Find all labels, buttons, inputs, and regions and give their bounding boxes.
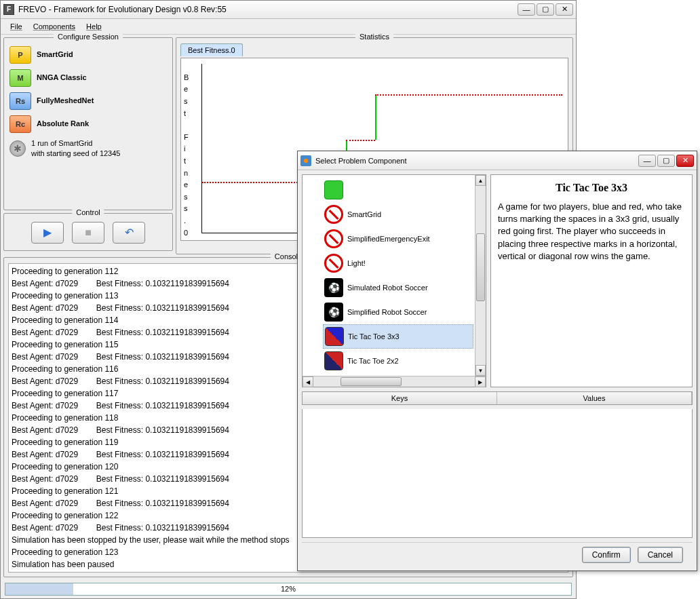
folder-icon: Rc bbox=[9, 115, 31, 133]
control-legend: Control bbox=[72, 208, 104, 216]
folder-icon: P bbox=[9, 46, 31, 64]
kv-body bbox=[302, 409, 693, 538]
tree-item[interactable]: ⚽ Simulated Robot Soccer bbox=[323, 275, 473, 300]
cancel-button[interactable]: Cancel bbox=[638, 547, 683, 563]
soccer-icon: ⚽ bbox=[324, 303, 343, 322]
undo-button[interactable]: ↶ bbox=[113, 222, 145, 244]
configure-session-legend: Configure Session bbox=[54, 33, 123, 41]
tree-item-label: Simplified Robot Soccer bbox=[347, 308, 427, 316]
confirm-button[interactable]: Confirm bbox=[582, 547, 631, 563]
tree-item[interactable]: ⚽ Simplified Robot Soccer bbox=[323, 300, 473, 324]
dialog-minimize-button[interactable]: — bbox=[638, 155, 656, 167]
config-label: SmartGrid bbox=[37, 50, 73, 60]
tree-vscrollbar[interactable]: ▲ ▼ bbox=[475, 175, 486, 376]
green-icon bbox=[324, 180, 343, 199]
menu-help[interactable]: Help bbox=[82, 20, 106, 33]
dialog-close-button[interactable]: ✕ bbox=[676, 155, 694, 167]
statistics-legend: Statistics bbox=[355, 33, 393, 41]
ttt-icon bbox=[325, 327, 344, 346]
soccer-icon: ⚽ bbox=[324, 278, 343, 297]
scroll-thumb[interactable] bbox=[476, 233, 485, 301]
java-icon bbox=[300, 155, 311, 166]
folder-icon: M bbox=[9, 69, 31, 87]
config-label: FullyMeshedNet bbox=[37, 96, 94, 106]
menu-components[interactable]: Components bbox=[29, 20, 79, 33]
tree-item[interactable]: Tic Tac Toe 3x3 bbox=[323, 324, 473, 349]
play-button[interactable]: ▶ bbox=[31, 222, 64, 244]
config-label: Absolute Rank bbox=[37, 119, 89, 129]
control-panel: Control ▶ ■ ↶ bbox=[3, 213, 173, 251]
kv-keys-header: Keys bbox=[303, 392, 497, 404]
window-title: FREVO - Framework for Evolutionary Desig… bbox=[18, 5, 518, 14]
chart-ylabel: BestFitness.0 bbox=[184, 72, 189, 239]
titlebar: F FREVO - Framework for Evolutionary Des… bbox=[1, 1, 576, 19]
gear-icon bbox=[9, 140, 26, 157]
tree-hscrollbar[interactable]: ◀ ▶ bbox=[303, 376, 486, 387]
noentry-icon bbox=[324, 205, 343, 224]
tree-item-label: Tic Tac Toe 2x2 bbox=[347, 357, 399, 365]
config-item[interactable]: Rc Absolute Rank bbox=[8, 113, 168, 136]
dialog-maximize-button[interactable]: ▢ bbox=[657, 155, 675, 167]
scroll-down-icon[interactable]: ▼ bbox=[475, 365, 486, 376]
problem-tree: SmartGrid SimplifiedEmergencyExit Light!… bbox=[302, 174, 486, 387]
config-item[interactable]: M NNGA Classic bbox=[8, 66, 168, 90]
scroll-left-icon[interactable]: ◀ bbox=[303, 376, 313, 387]
configure-session-panel: Configure Session P SmartGrid M NNGA Cla… bbox=[3, 37, 173, 210]
tree-item[interactable]: Light! bbox=[323, 251, 473, 275]
kv-header: Keys Values bbox=[302, 391, 693, 405]
tree-item-label: SimplifiedEmergencyExit bbox=[347, 235, 430, 243]
config-item[interactable]: Rs FullyMeshedNet bbox=[8, 90, 168, 113]
dialog-titlebar: Select Problem Component — ▢ ✕ bbox=[298, 151, 697, 170]
ttt2-icon bbox=[324, 351, 343, 370]
tab-best-fitness[interactable]: Best Fitness.0 bbox=[180, 43, 243, 56]
tree-item[interactable]: SmartGrid bbox=[323, 202, 473, 227]
maximize-button[interactable]: ▢ bbox=[537, 3, 554, 16]
scroll-right-icon[interactable]: ▶ bbox=[475, 376, 486, 387]
description-title: Tic Tac Toe 3x3 bbox=[498, 182, 685, 194]
tree-item-label: Tic Tac Toe 3x3 bbox=[348, 332, 400, 341]
progress-bar: 12% bbox=[5, 583, 572, 596]
dialog-title: Select Problem Component bbox=[315, 157, 638, 165]
run-info: 1 run of SmartGrid with starting seed of… bbox=[8, 136, 168, 162]
tree-item[interactable]: Tic Tac Toe 2x2 bbox=[323, 349, 473, 373]
noentry-icon bbox=[324, 229, 343, 248]
config-item[interactable]: P SmartGrid bbox=[8, 43, 168, 66]
menu-file[interactable]: File bbox=[6, 20, 26, 33]
description-pane: Tic Tac Toe 3x3 A game for two players, … bbox=[490, 174, 693, 387]
tree-item[interactable]: SimplifiedEmergencyExit bbox=[323, 227, 473, 251]
close-button[interactable]: ✕ bbox=[556, 3, 573, 16]
scroll-up-icon[interactable]: ▲ bbox=[475, 175, 486, 186]
config-label: NNGA Classic bbox=[37, 73, 87, 83]
hscroll-thumb[interactable] bbox=[341, 377, 402, 386]
tree-item-label: SmartGrid bbox=[347, 210, 381, 218]
tree-item-label: Simulated Robot Soccer bbox=[347, 284, 428, 292]
noentry-icon bbox=[324, 254, 343, 273]
description-body: A game for two players, blue and red, wh… bbox=[498, 201, 685, 263]
folder-icon: Rs bbox=[9, 92, 31, 110]
stop-button[interactable]: ■ bbox=[72, 222, 104, 244]
progress-text: 12% bbox=[5, 583, 571, 595]
tree-item[interactable] bbox=[323, 178, 473, 202]
kv-values-header: Values bbox=[497, 392, 692, 404]
app-icon: F bbox=[3, 4, 14, 15]
minimize-button[interactable]: — bbox=[518, 3, 535, 16]
tree-item-label: Light! bbox=[347, 259, 366, 267]
select-problem-dialog: Select Problem Component — ▢ ✕ SmartGrid… bbox=[297, 151, 697, 571]
